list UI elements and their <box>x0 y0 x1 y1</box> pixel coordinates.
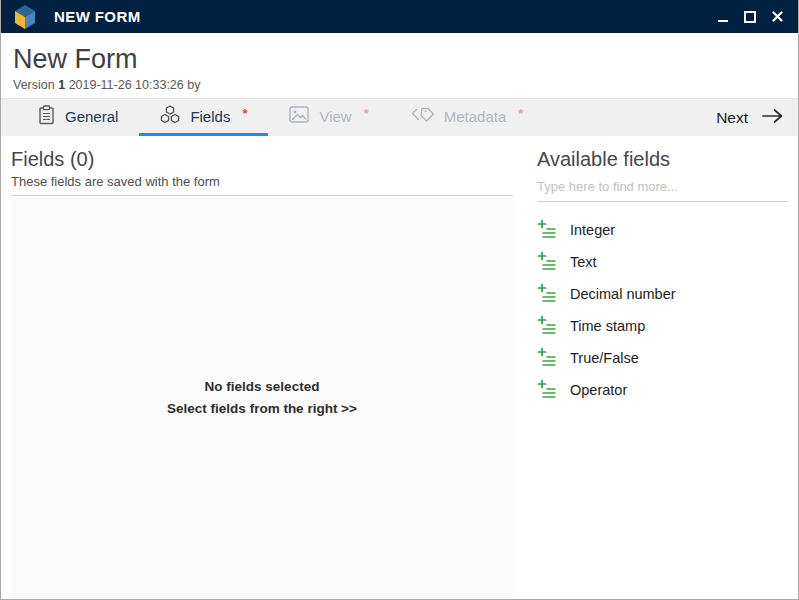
tab-label: General <box>65 108 118 125</box>
version-timestamp: 2019-11-26 10:33:26 by <box>69 78 201 92</box>
field-label: Operator <box>570 382 627 398</box>
tab-metadata[interactable]: Metadata * <box>390 99 545 136</box>
add-field-icon <box>537 315 557 338</box>
close-icon[interactable] <box>770 10 784 24</box>
main-content: Fields (0) These fields are saved with t… <box>1 136 798 599</box>
version-number: 1 <box>58 78 65 92</box>
list-item-operator[interactable]: Operator <box>537 374 788 406</box>
add-field-icon <box>537 251 557 274</box>
window-title: NEW FORM <box>54 8 141 25</box>
fields-dropzone[interactable]: No fields selected Select fields from th… <box>11 196 513 599</box>
available-fields-title: Available fields <box>537 148 788 171</box>
available-field-list: Integer Text <box>537 214 788 406</box>
arrow-right-icon <box>761 108 784 128</box>
fields-panel: Fields (0) These fields are saved with t… <box>1 136 513 599</box>
add-field-icon <box>537 283 557 306</box>
field-label: Integer <box>570 222 615 238</box>
required-marker: * <box>364 106 369 121</box>
new-form-window: NEW FORM New Form Version 1 2019-11-26 1… <box>0 0 799 600</box>
app-logo-icon <box>13 4 37 30</box>
field-label: Decimal number <box>570 286 676 302</box>
empty-state-line2: Select fields from the right >> <box>167 399 357 418</box>
page-header: New Form Version 1 2019-11-26 10:33:26 b… <box>1 33 798 98</box>
required-marker: * <box>242 106 247 121</box>
tab-view[interactable]: View * <box>268 99 389 136</box>
cubes-icon <box>160 105 180 127</box>
page-title: New Form <box>13 43 786 75</box>
version-line: Version 1 2019-11-26 10:33:26 by <box>13 78 786 92</box>
field-label: True/False <box>570 350 639 366</box>
list-item-decimal-number[interactable]: Decimal number <box>537 278 788 310</box>
window-controls <box>716 10 788 24</box>
clipboard-icon <box>38 105 55 128</box>
tab-label: View <box>319 108 351 125</box>
image-icon <box>289 106 309 126</box>
empty-state-line1: No fields selected <box>205 377 320 396</box>
field-label: Time stamp <box>570 318 645 334</box>
field-label: Text <box>570 254 597 270</box>
list-item-text[interactable]: Text <box>537 246 788 278</box>
tags-icon <box>411 106 434 126</box>
next-label: Next <box>716 109 748 127</box>
tab-fields[interactable]: Fields * <box>139 99 268 136</box>
tab-label: Fields <box>190 108 230 125</box>
list-item-integer[interactable]: Integer <box>537 214 788 246</box>
tab-label: Metadata <box>444 108 507 125</box>
available-fields-panel: Available fields Integer <box>513 136 798 599</box>
required-marker: * <box>518 106 523 121</box>
next-button[interactable]: Next <box>702 99 798 136</box>
minimize-icon[interactable] <box>716 10 730 24</box>
titlebar[interactable]: NEW FORM <box>1 0 798 33</box>
fields-panel-subtitle: These fields are saved with the form <box>11 174 513 196</box>
list-item-time-stamp[interactable]: Time stamp <box>537 310 788 342</box>
version-label: Version <box>13 78 55 92</box>
add-field-icon <box>537 219 557 242</box>
add-field-icon <box>537 347 557 370</box>
tab-general[interactable]: General <box>17 99 139 136</box>
fields-panel-title: Fields (0) <box>11 148 513 171</box>
search-input[interactable] <box>537 174 788 202</box>
maximize-icon[interactable] <box>743 10 757 24</box>
tabbar: General Fields * View * <box>1 98 798 136</box>
list-item-true-false[interactable]: True/False <box>537 342 788 374</box>
add-field-icon <box>537 379 557 402</box>
